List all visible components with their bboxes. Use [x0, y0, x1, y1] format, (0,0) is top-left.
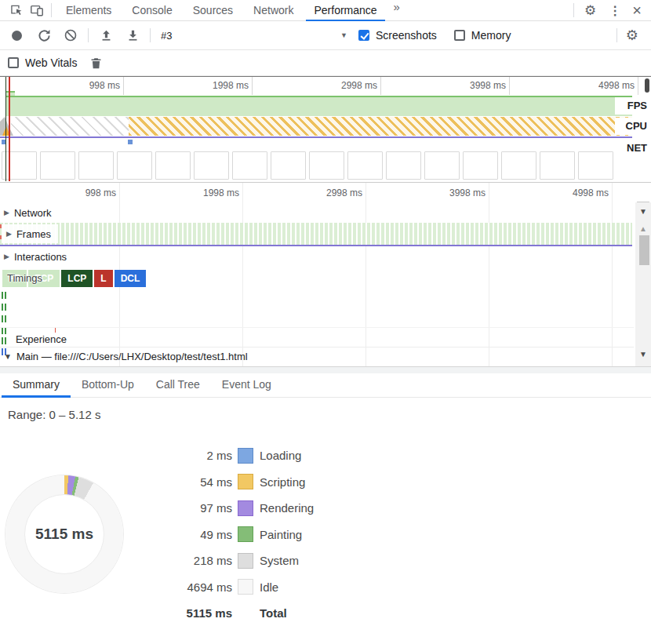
ruler-tick: [509, 77, 510, 95]
filmstrip-frame[interactable]: [232, 151, 267, 180]
scroll-up-icon[interactable]: ▲: [638, 224, 649, 233]
legend-total-value: 5115 ms: [157, 606, 232, 620]
settings-gear-icon[interactable]: ⚙: [578, 2, 602, 19]
ruler-tick: [638, 77, 638, 95]
overview-ruler-label: 1998 ms: [194, 80, 249, 91]
filmstrip-frame[interactable]: [155, 151, 191, 180]
collapse-arrow-icon[interactable]: ▶: [4, 209, 9, 216]
track-network[interactable]: ▶ Network: [0, 206, 52, 220]
track-frames[interactable]: ▶ Frames: [2, 224, 58, 243]
divider: [616, 28, 617, 42]
load-profile-icon[interactable]: [98, 27, 114, 43]
legend-row: 97 ms Rendering: [157, 495, 314, 522]
filmstrip-frame[interactable]: [424, 151, 460, 180]
tab-summary[interactable]: Summary: [2, 373, 71, 398]
screenshots-label[interactable]: Screenshots: [376, 29, 437, 42]
tab-call-tree[interactable]: Call Tree: [145, 373, 211, 398]
scrollbar-thumb[interactable]: [639, 235, 649, 265]
reload-and-record-icon[interactable]: [36, 27, 52, 43]
legend-value: 2 ms: [157, 449, 232, 462]
detail-ruler-label: 4998 ms: [554, 187, 609, 198]
tab-elements[interactable]: Elements: [56, 0, 122, 21]
tab-performance[interactable]: Performance: [304, 0, 387, 21]
kebab-menu-icon[interactable]: ⋮: [602, 3, 627, 18]
track-main[interactable]: ▼ Main — file:///C:/Users/LHX/Desktop/te…: [0, 349, 248, 363]
filmstrip-frame[interactable]: [309, 151, 344, 180]
tab-console[interactable]: Console: [122, 0, 182, 21]
filmstrip-frame[interactable]: [40, 151, 75, 180]
save-profile-icon[interactable]: [125, 27, 140, 43]
legend-value: 54 ms: [157, 475, 232, 489]
tab-event-log[interactable]: Event Log: [211, 373, 282, 398]
legend-label: System: [260, 554, 299, 567]
filmstrip-frame[interactable]: [2, 151, 37, 180]
ruler-tick: [242, 183, 243, 203]
summary-pane: Range: 0 – 5.12 s 5115 ms 2 ms Loading 5…: [0, 398, 651, 644]
clear-recording-icon[interactable]: [63, 27, 78, 43]
filmstrip-frame[interactable]: [386, 151, 421, 180]
recording-history-value: #3: [161, 30, 172, 42]
overview-ruler-label: 2998 ms: [322, 80, 377, 91]
filmstrip-frame[interactable]: [501, 151, 536, 180]
tab-network[interactable]: Network: [243, 0, 304, 21]
close-devtools-icon[interactable]: ×: [627, 2, 646, 20]
filmstrip-frame[interactable]: [347, 151, 383, 180]
net-request-block: [128, 140, 133, 144]
trash-icon[interactable]: [88, 55, 104, 71]
timing-tick: [2, 292, 3, 299]
device-toolbar-icon[interactable]: [27, 2, 47, 19]
timing-badge[interactable]: L: [94, 270, 112, 287]
scroll-down-icon[interactable]: ▼: [638, 207, 649, 216]
filmstrip-frame[interactable]: [194, 151, 229, 180]
screenshots-checkbox[interactable]: [358, 30, 369, 41]
screenshot-filmstrip: [2, 151, 613, 180]
detail-ruler-label: 998 ms: [61, 187, 116, 198]
overview-marker-line-green: [5, 77, 6, 181]
filmstrip-frame[interactable]: [540, 151, 575, 180]
filmstrip-frame[interactable]: [463, 151, 498, 180]
legend-label: Rendering: [260, 501, 314, 515]
timing-badge[interactable]: LCP: [61, 270, 93, 287]
capture-settings-gear-icon[interactable]: ⚙: [621, 27, 643, 44]
legend-label: Loading: [260, 449, 301, 462]
timing-tick: [2, 315, 3, 322]
filmstrip-frame[interactable]: [78, 151, 114, 180]
legend-swatch: [238, 579, 253, 595]
track-timings-label[interactable]: Timings: [7, 272, 42, 284]
filmstrip-frame[interactable]: [117, 151, 152, 180]
scroll-down-icon[interactable]: ▼: [638, 350, 649, 358]
web-vitals-label[interactable]: Web Vitals: [25, 56, 77, 69]
memory-label[interactable]: Memory: [471, 29, 511, 42]
web-vitals-checkbox[interactable]: [8, 57, 19, 68]
fps-chart-band[interactable]: [6, 96, 632, 116]
more-tabs-icon[interactable]: »: [387, 0, 406, 21]
record-button[interactable]: [12, 31, 22, 41]
track-frames-band[interactable]: ▶ Frames: [0, 223, 632, 245]
filmstrip-frame[interactable]: [271, 151, 306, 180]
overview-scroll-handle[interactable]: [645, 78, 649, 93]
legend-row: 218 ms System: [157, 548, 314, 574]
collapse-arrow-icon[interactable]: ▶: [6, 230, 12, 238]
inspect-element-icon[interactable]: [6, 2, 27, 19]
tab-sources[interactable]: Sources: [183, 0, 243, 21]
track-experience[interactable]: Experience: [0, 332, 67, 346]
legend-value: 49 ms: [157, 528, 232, 541]
filmstrip-frame[interactable]: [578, 151, 613, 180]
cpu-activity-hatch[interactable]: [129, 117, 632, 136]
cpu-band-label: CPU: [615, 118, 651, 135]
track-network-label: Network: [14, 207, 52, 219]
row-divider: [0, 347, 634, 347]
frames-track-baseline: [0, 245, 632, 246]
expand-arrow-icon[interactable]: ▼: [4, 352, 12, 361]
timeline-overview[interactable]: 998 ms 1998 ms 2998 ms 3998 ms 4998 ms F…: [0, 76, 651, 182]
track-frames-label: Frames: [16, 228, 51, 240]
net-band-label: NET: [615, 140, 651, 157]
tab-bottom-up[interactable]: Bottom-Up: [71, 373, 145, 398]
track-experience-label: Experience: [16, 333, 67, 345]
memory-checkbox[interactable]: [454, 30, 465, 41]
recording-history-select[interactable]: #3 ▼: [161, 30, 347, 42]
timing-badge[interactable]: DCL: [115, 270, 147, 287]
track-interactions[interactable]: ▶ Interactions: [0, 249, 67, 264]
collapse-arrow-icon[interactable]: ▶: [4, 253, 9, 260]
divider: [150, 28, 151, 42]
